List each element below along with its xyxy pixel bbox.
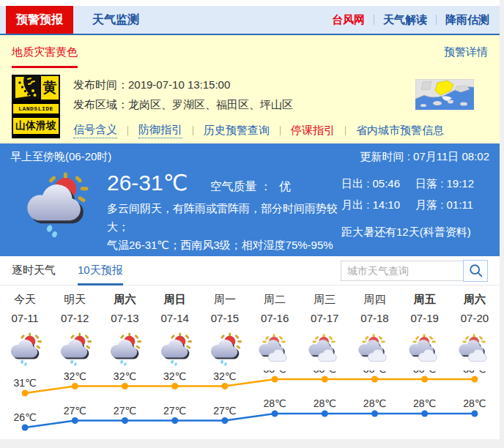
day-date: 07-17 — [300, 309, 349, 328]
svg-text:33℃: 33℃ — [413, 370, 436, 375]
forecast-day-column: 周四 07-18 — [349, 290, 399, 370]
day-date: 07-13 — [100, 309, 149, 328]
temperature-chart: 31℃32℃32℃32℃32℃33℃33℃33℃33℃33℃26℃27℃27℃2… — [0, 370, 500, 439]
cloudy-weather-icon — [257, 333, 292, 365]
weather-icon — [300, 328, 349, 370]
forecast-day-column: 周一 07-15 — [200, 290, 250, 370]
forecast-day-column: 明天 07-12 — [50, 290, 100, 370]
svg-text:32℃: 32℃ — [213, 370, 236, 382]
forecast-day-column: 周六 07-13 — [100, 290, 149, 370]
sun-moon-panel: 日出 : 05:46 日落 : 19:12 月出 : 14:10 月落 : 01… — [341, 165, 489, 254]
shower-weather-icon — [108, 332, 141, 366]
day-name: 周三 — [300, 290, 349, 309]
forecast-period: 早上至傍晚(06-20时) — [10, 150, 111, 164]
current-weather-main: 26-31℃ 空气质量 ： 优 多云间阴天，有阵雨或雷阵雨，部分时间雨势较大； … — [107, 165, 341, 254]
weather-description-line1: 多云间阴天，有阵雨或雷阵雨，部分时间雨势较大； — [107, 199, 341, 236]
weather-icon — [400, 328, 450, 370]
day-date: 07-14 — [150, 309, 200, 328]
day-date: 07-15 — [200, 309, 250, 328]
svg-text:33℃: 33℃ — [463, 370, 486, 375]
air-quality-label: 空气质量 ： — [210, 179, 271, 195]
badge-level-char: 黄 — [41, 76, 59, 100]
temperature-range: 26-31℃ — [107, 170, 188, 195]
svg-text:27℃: 27℃ — [213, 405, 236, 417]
separator — [436, 15, 437, 25]
forecast-day-column: 周三 07-17 — [300, 290, 349, 370]
badge-type-en: LANDSLIDE — [13, 104, 59, 113]
city-search — [341, 260, 488, 282]
city-search-input[interactable] — [341, 261, 464, 281]
link-weather-interpretation[interactable]: 天气解读 — [383, 13, 427, 27]
weather-icon — [150, 328, 200, 370]
weather-description-line2: 气温26-31℃；西南风3级；相对湿度75%-95% — [107, 236, 341, 254]
tab-hourly-weather[interactable]: 逐时天气 — [12, 256, 56, 285]
top-strip — [0, 0, 500, 6]
publish-time-row: 发布时间：2019-07-10 13:15:00 — [73, 75, 444, 94]
top-nav: 预警预报 天气监测 台风网 天气解读 降雨估测 — [0, 6, 500, 35]
search-icon — [468, 263, 483, 278]
svg-text:33℃: 33℃ — [314, 370, 336, 375]
forecast-grid: 今天 07-11 明天 07-12 — [0, 285, 500, 370]
svg-text:26℃: 26℃ — [13, 411, 36, 423]
svg-text:32℃: 32℃ — [64, 370, 86, 382]
link-rainfall-estimate[interactable]: 降雨估测 — [445, 13, 489, 27]
svg-text:28℃: 28℃ — [263, 397, 286, 409]
publish-area-label: 发布区域： — [73, 98, 128, 111]
ten-day-forecast: 今天 07-11 明天 07-12 — [0, 285, 500, 439]
day-name: 周四 — [349, 290, 399, 309]
day-date: 07-20 — [450, 309, 500, 328]
day-date: 07-12 — [50, 309, 100, 328]
weather-page: 预警预报 天气监测 台风网 天气解读 降雨估测 地质灾害黄色 预警详情 — [0, 0, 500, 439]
weather-icon — [349, 328, 399, 370]
link-typhoon-net[interactable]: 台风网 — [332, 13, 365, 27]
forecast-day-column: 周日 07-14 — [150, 290, 200, 370]
forecast-tabs-row: 逐时天气 10天预报 — [0, 256, 500, 285]
day-date: 07-18 — [349, 309, 399, 328]
svg-text:28℃: 28℃ — [463, 397, 486, 409]
cloudy-weather-icon — [457, 333, 492, 365]
forecast-day-column: 今天 07-11 — [0, 290, 50, 370]
shower-weather-icon — [8, 332, 42, 366]
shower-weather-icon — [58, 332, 92, 366]
tab-10day-forecast[interactable]: 10天预报 — [78, 256, 123, 285]
link-signal-meaning[interactable]: 信号含义 — [73, 123, 117, 138]
publish-time-label: 发布时间： — [73, 78, 128, 91]
air-quality-value: 优 — [279, 179, 291, 195]
link-class-suspension-guide[interactable]: 停课指引 — [291, 124, 335, 138]
forecast-day-column: 周五 07-19 — [400, 290, 450, 370]
svg-text:31℃: 31℃ — [13, 377, 36, 389]
day-name: 今天 — [0, 290, 50, 309]
warning-links: 信号含义 防御指引 历史预警查询 停课指引 省内城市预警信息 — [73, 123, 444, 138]
link-history-warning-query[interactable]: 历史预警查询 — [204, 124, 270, 138]
separator — [280, 126, 281, 135]
tab-warning-forecast[interactable]: 预警预报 — [6, 6, 73, 34]
svg-text:27℃: 27℃ — [163, 405, 186, 417]
shower-weather-icon — [208, 332, 242, 366]
publish-area-row: 发布区域：龙岗区、罗湖区、福田区、坪山区 — [73, 94, 444, 114]
cloudy-weather-icon — [307, 333, 342, 365]
search-button[interactable] — [463, 260, 488, 282]
day-name: 周一 — [200, 290, 250, 309]
moonset-time: 月落 : 01:11 — [415, 198, 489, 212]
svg-text:28℃: 28℃ — [363, 397, 386, 409]
science-material-link[interactable]: (科普资料) — [420, 225, 471, 238]
cloudy-weather-icon — [407, 333, 442, 365]
svg-text:27℃: 27℃ — [64, 405, 86, 417]
current-weather-panel: 早上至傍晚(06-20时) 更新时间 : 07月11日 08:02 — [0, 143, 500, 256]
weather-icon — [0, 328, 50, 370]
warning-detail-link[interactable]: 预警详情 — [444, 45, 488, 59]
day-name: 周日 — [150, 290, 200, 309]
day-name: 周二 — [250, 290, 300, 309]
badge-type-cn: 山体滑坡 — [13, 118, 59, 134]
top-nav-links: 台风网 天气解读 降雨估测 — [332, 13, 500, 27]
weather-icon — [200, 328, 250, 370]
current-weather-icon — [10, 165, 107, 254]
warning-area-map-thumbnail[interactable] — [415, 79, 474, 110]
link-province-city-warnings[interactable]: 省内城市预警信息 — [356, 124, 444, 138]
tab-geological-disaster-yellow[interactable]: 地质灾害黄色 — [12, 45, 78, 68]
update-time: 更新时间 : 07月11日 08:02 — [360, 150, 489, 164]
tab-weather-monitoring[interactable]: 天气监测 — [92, 12, 139, 28]
separator — [345, 126, 346, 135]
svg-text:28℃: 28℃ — [314, 397, 336, 409]
link-defense-guide[interactable]: 防御指引 — [138, 123, 182, 138]
